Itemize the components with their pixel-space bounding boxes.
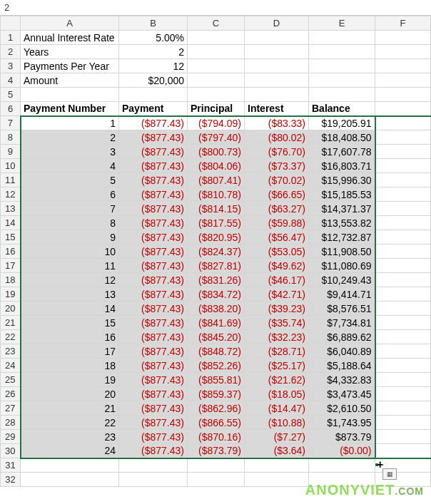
cell[interactable] [21, 458, 119, 473]
cell[interactable] [375, 102, 431, 116]
cell-payment[interactable]: ($877.43) [119, 302, 188, 316]
cell-principal[interactable]: ($810.78) [188, 187, 245, 202]
cell-principal[interactable]: ($838.20) [188, 302, 245, 316]
cell-num[interactable]: 22 [21, 416, 119, 430]
cell[interactable] [375, 145, 431, 159]
cell-balance[interactable]: $12,732.87 [309, 230, 375, 245]
cell-interest[interactable]: ($53.05) [245, 245, 309, 259]
cell[interactable] [375, 187, 431, 202]
cell-num[interactable]: 11 [21, 259, 119, 273]
cell-payment[interactable]: ($877.43) [119, 444, 188, 458]
row-header-1[interactable]: 1 [1, 31, 21, 45]
cell[interactable] [375, 444, 431, 458]
cell-principal[interactable]: ($870.16) [188, 430, 245, 444]
cell-num[interactable]: 13 [21, 287, 119, 302]
cell[interactable] [375, 359, 431, 373]
cell-balance[interactable]: $18,408.50 [309, 130, 375, 145]
cell-num[interactable]: 12 [21, 273, 119, 287]
row-header-9[interactable]: 9 [1, 145, 21, 159]
cell-interest[interactable]: ($14.47) [245, 401, 309, 416]
cell-interest[interactable]: ($73.37) [245, 159, 309, 173]
cell-principal[interactable]: ($859.37) [188, 387, 245, 401]
cell[interactable] [375, 73, 431, 88]
row-header-12[interactable]: 12 [1, 187, 21, 202]
row-header-18[interactable]: 18 [1, 273, 21, 287]
row-header-29[interactable]: 29 [1, 430, 21, 444]
cell-principal[interactable]: ($804.06) [188, 159, 245, 173]
cell-num[interactable]: 23 [21, 430, 119, 444]
row-header-30[interactable]: 30 [1, 444, 21, 458]
cell-interest[interactable]: ($21.62) [245, 373, 309, 387]
cell-payment[interactable]: ($877.43) [119, 401, 188, 416]
input-value[interactable]: 5.00% [119, 31, 188, 45]
cell-principal[interactable]: ($800.73) [188, 145, 245, 159]
cell-interest[interactable]: ($80.02) [245, 130, 309, 145]
cell-principal[interactable]: ($831.26) [188, 273, 245, 287]
cell[interactable] [245, 458, 309, 473]
cell-balance[interactable]: $15,996.30 [309, 173, 375, 187]
cell[interactable] [375, 302, 431, 316]
formula-bar[interactable]: 2 [0, 0, 431, 16]
cell-interest[interactable]: ($63.27) [245, 202, 309, 216]
cell[interactable] [188, 59, 245, 73]
cell-principal[interactable]: ($834.72) [188, 287, 245, 302]
header-principal[interactable]: Principal [188, 102, 245, 116]
cell[interactable] [188, 73, 245, 88]
cell-interest[interactable]: ($66.65) [245, 187, 309, 202]
row-header-3[interactable]: 3 [1, 59, 21, 73]
cell-interest[interactable]: ($39.23) [245, 302, 309, 316]
cell-balance[interactable]: ($0.00) [309, 444, 375, 458]
input-label[interactable]: Years [21, 45, 119, 59]
cell-num[interactable]: 19 [21, 373, 119, 387]
cell-balance[interactable]: $11,908.50 [309, 245, 375, 259]
cell-num[interactable]: 20 [21, 387, 119, 401]
input-value[interactable]: $20,000 [119, 73, 188, 88]
cell-balance[interactable]: $9,414.71 [309, 287, 375, 302]
row-header-2[interactable]: 2 [1, 45, 21, 59]
cell-interest[interactable]: ($59.88) [245, 216, 309, 230]
cell-principal[interactable]: ($848.72) [188, 344, 245, 359]
cell-principal[interactable]: ($862.96) [188, 401, 245, 416]
row-header-10[interactable]: 10 [1, 159, 21, 173]
row-header-19[interactable]: 19 [1, 287, 21, 302]
cell-num[interactable]: 7 [21, 202, 119, 216]
cell-principal[interactable]: ($794.09) [188, 116, 245, 130]
row-header-31[interactable]: 31 [1, 458, 21, 473]
cell-num[interactable]: 17 [21, 344, 119, 359]
cell-payment[interactable]: ($877.43) [119, 173, 188, 187]
cell-balance[interactable]: $17,607.78 [309, 145, 375, 159]
cell-interest[interactable]: ($83.33) [245, 116, 309, 130]
row-header-26[interactable]: 26 [1, 387, 21, 401]
cell-num[interactable]: 8 [21, 216, 119, 230]
row-header-20[interactable]: 20 [1, 302, 21, 316]
cell-num[interactable]: 1 [21, 116, 119, 130]
cell-principal[interactable]: ($855.81) [188, 373, 245, 387]
select-all-corner[interactable] [1, 16, 21, 31]
cell-num[interactable]: 16 [21, 330, 119, 344]
cell-payment[interactable]: ($877.43) [119, 230, 188, 245]
cell[interactable] [309, 31, 375, 45]
cell[interactable] [375, 430, 431, 444]
header-interest[interactable]: Interest [245, 102, 309, 116]
cell-interest[interactable]: ($56.47) [245, 230, 309, 245]
cell[interactable] [375, 316, 431, 330]
row-header-25[interactable]: 25 [1, 373, 21, 387]
cell-num[interactable]: 4 [21, 159, 119, 173]
cell-payment[interactable]: ($877.43) [119, 159, 188, 173]
cell-interest[interactable]: ($35.74) [245, 316, 309, 330]
input-label[interactable]: Amount [21, 73, 119, 88]
cell[interactable] [375, 245, 431, 259]
cell-interest[interactable]: ($18.05) [245, 387, 309, 401]
input-label[interactable]: Annual Interest Rate [21, 31, 119, 45]
cell[interactable] [375, 59, 431, 73]
input-label[interactable]: Payments Per Year [21, 59, 119, 73]
row-header-22[interactable]: 22 [1, 330, 21, 344]
cell[interactable] [375, 373, 431, 387]
cell[interactable] [188, 473, 245, 487]
cell[interactable] [375, 330, 431, 344]
cell[interactable] [188, 458, 245, 473]
cell[interactable] [375, 259, 431, 273]
input-value[interactable]: 2 [119, 45, 188, 59]
cell-balance[interactable]: $10,249.43 [309, 273, 375, 287]
cell[interactable] [309, 458, 375, 473]
